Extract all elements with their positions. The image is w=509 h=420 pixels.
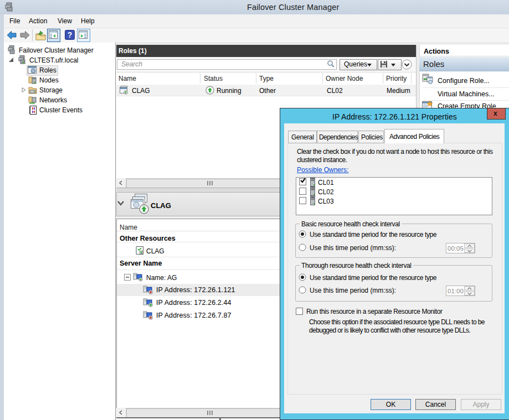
svg-text:?: ? [68,30,73,39]
